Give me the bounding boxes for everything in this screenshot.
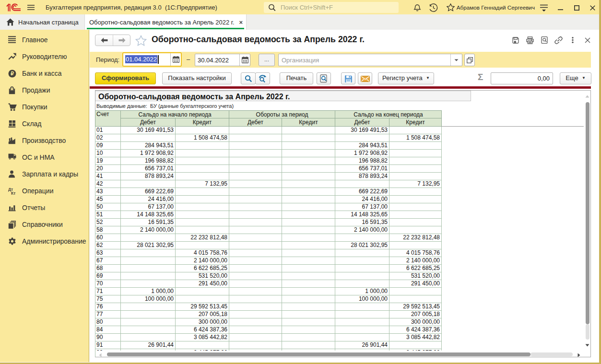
svg-text:₽: ₽: [11, 70, 14, 76]
svg-text:Кт: Кт: [11, 191, 15, 195]
